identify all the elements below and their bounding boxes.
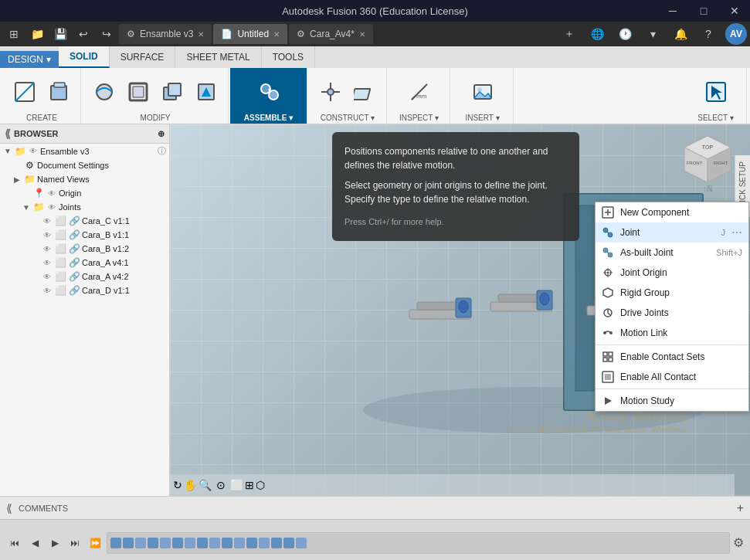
user-avatar[interactable]: AV [725, 23, 747, 45]
menu-item-new-component[interactable]: New Component [596, 202, 748, 222]
timeline-track[interactable] [107, 532, 730, 554]
tab-untitled-close[interactable]: ✕ [273, 30, 280, 39]
timeline-fast-forward-button[interactable]: ⏩ [87, 535, 104, 552]
tree-eye-cara-b-2[interactable]: 👁 [42, 245, 53, 253]
timeline-play-button[interactable]: ▶ [46, 535, 63, 552]
timeline-item-8[interactable] [197, 538, 208, 548]
browser-collapse-icon[interactable]: ⟪ [5, 127, 11, 140]
tree-item-cara-a-1[interactable]: 👁 ⬜ 🔗 Cara_A v4:1 [28, 256, 169, 270]
timeline-first-button[interactable]: ⏮ [6, 535, 23, 552]
timeline-item-13[interactable] [259, 538, 270, 548]
timeline-item-9[interactable] [209, 538, 220, 548]
apps-icon[interactable]: ⊞ [3, 23, 25, 45]
modify-fillet-button[interactable] [89, 78, 120, 106]
timeline-next-button[interactable]: ⏭ [66, 535, 83, 552]
comments-expand-icon[interactable]: ⟪ [6, 502, 12, 514]
tree-eye-cara-a-2[interactable]: 👁 [42, 273, 53, 281]
online-icon[interactable]: 🌐 [586, 23, 608, 45]
tree-eye-origin[interactable]: 👁 [46, 189, 57, 198]
tab-ensamble[interactable]: ⚙ Ensamble v3 ✕ [119, 24, 212, 44]
timeline-prev-button[interactable]: ◀ [26, 535, 43, 552]
construct-plane-button[interactable] [349, 78, 380, 106]
redo-icon[interactable]: ↪ [96, 23, 117, 45]
undo-icon[interactable]: ↩ [73, 23, 94, 45]
tree-eye-cara-b-1[interactable]: 👁 [42, 231, 53, 239]
menu-item-motion-link[interactable]: Motion Link [596, 323, 748, 343]
add-tab-button[interactable]: ＋ [558, 23, 580, 45]
tree-eye-cara-c-1[interactable]: 👁 [42, 217, 53, 226]
tree-item-cara-d-1[interactable]: 👁 ⬜ 🔗 Cara_D v1:1 [28, 283, 169, 297]
inspect-measure-button[interactable]: mm [404, 78, 435, 106]
browser-options-icon[interactable]: ⊕ [158, 129, 165, 139]
timeline-item-1[interactable] [110, 538, 121, 548]
timeline-item-7[interactable] [185, 538, 195, 548]
render-icon[interactable]: ⬡ [256, 479, 265, 491]
timeline-item-12[interactable] [246, 538, 257, 548]
tree-eye-ensamble[interactable]: 👁 [28, 147, 39, 155]
timeline-item-2[interactable] [123, 538, 134, 548]
bell-icon[interactable]: 🔔 [670, 23, 691, 45]
tab-cara-av4-close[interactable]: ✕ [359, 30, 365, 39]
timeline-item-10[interactable] [222, 538, 232, 548]
menu-item-motion-study[interactable]: Motion Study [596, 391, 748, 411]
view-cube[interactable]: TOP RIGHT FRONT ↑N [680, 132, 735, 186]
design-dropdown[interactable]: DESIGN ▾ [0, 51, 59, 68]
display-mode-icon[interactable]: ⬜ [230, 479, 243, 491]
clock-icon[interactable]: 🕐 [614, 23, 636, 45]
pan-icon[interactable]: ✋ [184, 479, 197, 491]
timeline-item-5[interactable] [160, 538, 171, 548]
timeline-item-15[interactable] [283, 538, 294, 548]
tree-eye-joints[interactable]: 👁 [46, 203, 57, 212]
file-menu-icon[interactable]: 📁 [26, 23, 48, 45]
tab-ensamble-close[interactable]: ✕ [198, 30, 204, 39]
tab-solid[interactable]: SOLID [59, 46, 110, 68]
tree-item-doc-settings[interactable]: ⚙ Document Settings [9, 158, 169, 172]
tab-cara-av4[interactable]: ⚙ Cara_Av4* ✕ [289, 24, 373, 44]
tab-untitled[interactable]: 📄 Untitled ✕ [213, 24, 287, 44]
assemble-main-button[interactable] [253, 78, 284, 106]
menu-item-joint-origin[interactable]: Joint Origin [596, 263, 748, 283]
create-sketch-button[interactable] [9, 78, 40, 106]
zoom-icon[interactable]: 🔍 [199, 479, 212, 491]
viewport[interactable]: Positions components relative to one ano… [170, 124, 750, 496]
timeline-item-16[interactable] [296, 538, 307, 548]
tab-tools[interactable]: TOOLS [262, 46, 315, 68]
modify-shell-button[interactable] [123, 78, 154, 106]
modify-press-button[interactable] [191, 78, 222, 106]
menu-item-joint[interactable]: Joint J ⋯ [596, 222, 748, 243]
grid-icon[interactable]: ⊞ [245, 479, 254, 491]
tree-item-cara-b-1[interactable]: 👁 ⬜ 🔗 Cara_B v1:1 [28, 228, 169, 242]
tree-item-cara-a-2[interactable]: 👁 ⬜ 🔗 Cara_A v4:2 [28, 270, 169, 283]
tree-eye-cara-d-1[interactable]: 👁 [42, 287, 53, 295]
timeline-item-3[interactable] [135, 538, 146, 548]
maximize-button[interactable]: □ [688, 0, 719, 22]
help-icon[interactable]: ? [697, 23, 719, 45]
arrow-down-icon[interactable]: ▾ [642, 23, 663, 45]
tree-eye-cara-a-1[interactable]: 👁 [42, 259, 53, 267]
comments-add-icon[interactable]: + [737, 501, 744, 515]
tree-item-origin[interactable]: 📍 👁 Origin [19, 186, 169, 200]
tab-surface[interactable]: SURFACE [110, 46, 176, 68]
construct-button[interactable] [315, 78, 346, 106]
insert-image-button[interactable] [467, 78, 498, 106]
look-at-icon[interactable]: ⊙ [216, 479, 226, 491]
menu-item-enable-contact-sets[interactable]: Enable Contact Sets [596, 347, 748, 367]
tree-item-cara-c-1[interactable]: 👁 ⬜ 🔗 Cara_C v1:1 [28, 214, 169, 228]
timeline-item-11[interactable] [234, 538, 245, 548]
menu-item-enable-all-contact[interactable]: Enable All Contact [596, 367, 748, 387]
save-icon[interactable]: 💾 [49, 23, 71, 45]
create-body-button[interactable] [43, 78, 74, 106]
select-button[interactable] [701, 78, 731, 106]
tree-info-ensamble[interactable]: ⓘ [158, 145, 166, 157]
timeline-item-4[interactable] [148, 538, 158, 548]
orbit-icon[interactable]: ↻ [173, 479, 182, 491]
timeline-item-6[interactable] [172, 538, 183, 548]
menu-item-rigid-group[interactable]: Rigid Group [596, 283, 748, 303]
joint-more-icon[interactable]: ⋯ [731, 226, 742, 239]
menu-item-drive-joints[interactable]: Drive Joints [596, 303, 748, 323]
menu-item-as-built-joint[interactable]: As-built Joint Shift+J [596, 243, 748, 263]
modify-combine-button[interactable] [157, 78, 188, 106]
minimize-button[interactable]: ─ [657, 0, 688, 22]
timeline-item-14[interactable] [271, 538, 282, 548]
timeline-settings-icon[interactable]: ⚙ [733, 535, 744, 550]
